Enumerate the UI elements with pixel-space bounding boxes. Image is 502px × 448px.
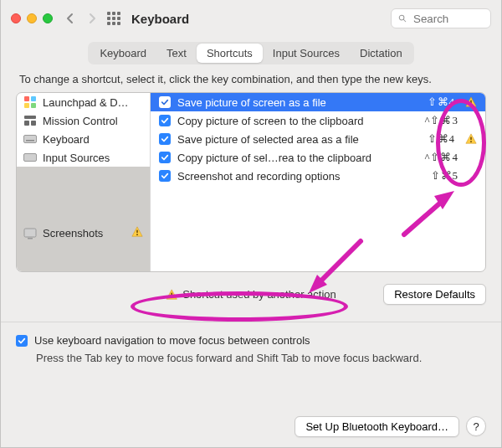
shortcut-list[interactable]: Save picture of screen as a file⇧⌘4Copy … bbox=[151, 93, 485, 271]
window-title: Keyboard bbox=[131, 12, 189, 26]
kbnav-sublabel: Press the Tab key to move focus forward … bbox=[36, 352, 486, 364]
shortcut-checkbox[interactable] bbox=[159, 170, 171, 182]
svg-rect-10 bbox=[31, 121, 36, 126]
tab-shortcuts[interactable]: Shortcuts bbox=[197, 44, 263, 63]
shortcut-label: Save picture of screen as a file bbox=[177, 96, 421, 109]
svg-rect-5 bbox=[31, 96, 36, 101]
svg-rect-14 bbox=[24, 229, 36, 237]
shortcut-checkbox[interactable] bbox=[159, 115, 171, 126]
svg-rect-4 bbox=[24, 96, 29, 101]
shortcut-label: Screenshot and recording options bbox=[177, 170, 424, 183]
svg-rect-12 bbox=[26, 140, 34, 142]
back-button[interactable] bbox=[63, 11, 78, 26]
svg-rect-7 bbox=[31, 103, 36, 108]
tab-keyboard[interactable]: Keyboard bbox=[90, 44, 156, 63]
shortcut-checkbox[interactable] bbox=[159, 96, 171, 108]
shortcut-keys[interactable]: ⇧⌘4 bbox=[428, 95, 456, 109]
category-input-sources[interactable]: Input Sources bbox=[17, 148, 150, 167]
tab-dictation[interactable]: Dictation bbox=[350, 44, 412, 63]
minimize-window-button[interactable] bbox=[27, 13, 37, 23]
shortcut-keys[interactable]: ^⇧⌘4 bbox=[424, 151, 458, 164]
category-label: Mission Control bbox=[43, 115, 143, 127]
svg-line-3 bbox=[403, 19, 406, 22]
shortcut-row[interactable]: Copy picture of screen to the clipboard^… bbox=[151, 111, 485, 130]
svg-rect-15 bbox=[28, 238, 33, 239]
shortcut-row[interactable]: Save picture of screen as a file⇧⌘4 bbox=[151, 93, 485, 111]
conflict-message: Shortcut used by another action bbox=[166, 288, 336, 301]
kbnav-checkbox[interactable] bbox=[16, 335, 28, 347]
category-label: Keyboard bbox=[43, 133, 143, 146]
svg-rect-13 bbox=[24, 154, 37, 162]
warning-triangle-icon bbox=[166, 289, 177, 301]
instruction-text: To change a shortcut, select it, click t… bbox=[19, 73, 483, 85]
search-field[interactable] bbox=[391, 8, 491, 28]
zoom-window-button[interactable] bbox=[43, 13, 53, 23]
mission-icon bbox=[23, 114, 37, 127]
shortcut-checkbox[interactable] bbox=[159, 152, 171, 163]
keyboard-icon bbox=[23, 132, 37, 146]
shortcuts-pane: To change a shortcut, select it, click t… bbox=[1, 73, 501, 408]
show-all-prefs-button[interactable] bbox=[106, 11, 121, 26]
tab-text[interactable]: Text bbox=[156, 44, 197, 63]
warning-triangle-icon bbox=[465, 96, 477, 108]
preferences-window: Keyboard KeyboardTextShortcutsInput Sour… bbox=[0, 0, 502, 448]
launchpad-icon bbox=[23, 95, 37, 109]
warning-triangle-icon bbox=[465, 133, 477, 145]
bottom-bar: Set Up Bluetooth Keyboard… ? bbox=[1, 408, 501, 447]
kbnav-label: Use keyboard navigation to move focus be… bbox=[34, 334, 310, 347]
category-label: Launchpad & D… bbox=[43, 96, 143, 109]
kbnav-row: Use keyboard navigation to move focus be… bbox=[16, 334, 486, 347]
tab-bar: KeyboardTextShortcutsInput SourcesDictat… bbox=[1, 37, 501, 73]
category-list[interactable]: Launchpad & D…Mission ControlKeyboardInp… bbox=[17, 93, 151, 271]
restore-defaults-button[interactable]: Restore Defaults bbox=[383, 284, 486, 305]
category-label: Screenshots bbox=[43, 227, 126, 239]
search-icon bbox=[398, 13, 407, 23]
search-input[interactable] bbox=[412, 12, 484, 26]
shortcut-row[interactable]: Copy picture of sel…rea to the clipboard… bbox=[151, 148, 485, 167]
shortcut-keys[interactable]: ⇧⌘4 bbox=[428, 132, 456, 146]
separator bbox=[1, 322, 501, 322]
window-header: Keyboard bbox=[1, 0, 501, 37]
svg-rect-8 bbox=[24, 116, 36, 119]
shortcut-row[interactable]: Screenshot and recording options⇧⌘5 bbox=[151, 167, 485, 185]
shortcut-checkbox[interactable] bbox=[159, 133, 171, 145]
tab-input-sources[interactable]: Input Sources bbox=[263, 44, 350, 63]
help-button[interactable]: ? bbox=[466, 416, 486, 436]
svg-rect-11 bbox=[24, 136, 37, 143]
traffic-lights[interactable] bbox=[11, 13, 53, 23]
category-launchpad-d[interactable]: Launchpad & D… bbox=[17, 93, 150, 111]
category-mission-control[interactable]: Mission Control bbox=[17, 111, 150, 130]
category-label: Input Sources bbox=[43, 152, 143, 164]
warning-triangle-icon bbox=[131, 169, 143, 271]
forward-button[interactable] bbox=[85, 11, 100, 26]
shortcut-label: Save picture of selected area as a file bbox=[177, 133, 421, 146]
shortcut-label: Copy picture of sel…rea to the clipboard bbox=[177, 152, 417, 164]
svg-rect-9 bbox=[24, 121, 29, 126]
category-keyboard[interactable]: Keyboard bbox=[17, 130, 150, 148]
screenshot-icon bbox=[23, 227, 37, 240]
bluetooth-keyboard-button[interactable]: Set Up Bluetooth Keyboard… bbox=[295, 416, 459, 437]
close-window-button[interactable] bbox=[11, 13, 21, 23]
shortcut-label: Copy picture of screen to the clipboard bbox=[177, 115, 417, 127]
shortcut-row[interactable]: Save picture of selected area as a file⇧… bbox=[151, 130, 485, 148]
input-icon bbox=[23, 151, 37, 164]
svg-rect-6 bbox=[24, 103, 29, 108]
category-screenshots[interactable]: Screenshots bbox=[17, 167, 150, 271]
shortcut-keys[interactable]: ^⇧⌘3 bbox=[424, 114, 458, 127]
shortcut-keys[interactable]: ⇧⌘5 bbox=[431, 169, 459, 183]
